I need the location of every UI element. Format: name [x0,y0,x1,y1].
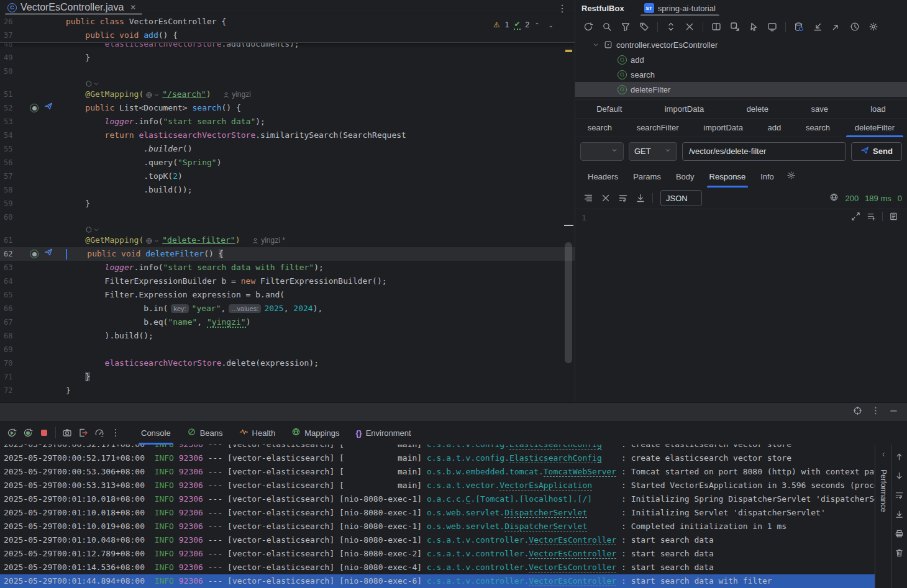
env-tab-save[interactable]: save [807,100,831,119]
split-icon[interactable] [708,19,724,34]
expand2-icon[interactable] [851,212,860,223]
url-input[interactable]: /vector/es/delete-filter [682,142,846,161]
code-line[interactable]: 69 [0,343,575,356]
console-tab-console[interactable]: Console [135,421,177,445]
env-tab-Default[interactable]: Default [593,100,626,119]
print-icon[interactable] [895,529,904,541]
doc-icon[interactable] [889,212,898,223]
expandv-icon[interactable] [663,19,679,34]
next-problem-icon[interactable]: ⌄ [549,22,557,29]
chevron-left-icon[interactable] [880,450,887,461]
format-icon[interactable] [580,191,596,206]
tree-node-method-deleteFilter[interactable]: GdeleteFilter [575,82,907,97]
pointer-icon[interactable] [745,19,762,34]
log-row[interactable]: 2025-05-29T00:00:53.306+08:00 INFO 92306… [0,465,875,479]
close-icon[interactable] [681,19,698,34]
stop-icon[interactable] [36,425,52,441]
log-row[interactable]: 2025-05-29T00:01:10.018+08:00 INFO 92306… [0,492,875,506]
log-row[interactable]: 2025-05-29T00:01:12.789+08:00 INFO 92306… [0,547,875,561]
tag-icon[interactable] [636,19,652,34]
tab-info[interactable]: Info [754,165,780,188]
console-tab-environment[interactable]: {}Environment [350,421,417,445]
more-icon[interactable] [871,406,880,418]
close-icon[interactable] [598,191,614,206]
code-line[interactable]: 48 elasticsearchVectorStore.add(document… [0,43,575,51]
gauge-icon[interactable] [91,425,107,441]
env-tab-load[interactable]: load [867,100,890,119]
env-tab-search[interactable]: search [802,119,834,137]
env-tab-search[interactable]: search [584,119,616,137]
import-icon[interactable] [809,19,826,34]
code-line[interactable]: 68 ).build(); [0,329,575,343]
scrollend-icon[interactable] [895,510,904,522]
scrollbar-thumb[interactable] [565,242,572,363]
code-line[interactable]: 67 b.eq("name", "yingzi") [0,315,575,329]
console-tab-health[interactable]: Health [233,421,282,445]
log-area[interactable]: 2025-05-29T00:00:52.171+08:00 INFO 92306… [0,445,875,588]
refresh-icon[interactable] [580,19,596,34]
globe-inlay-icon[interactable] [145,237,160,245]
code-line[interactable]: 70 elasticsearchVectorStore.delete(expre… [0,356,575,370]
env-tab-importData[interactable]: importData [661,100,708,119]
env-tab-delete[interactable]: delete [743,100,772,119]
target-icon[interactable] [853,406,862,418]
download-icon[interactable] [632,191,649,206]
screen-icon[interactable] [764,19,780,34]
camera-icon[interactable] [59,425,75,441]
clock-icon[interactable] [847,19,863,34]
code-line[interactable]: 55 .builder() [0,142,575,156]
code-line[interactable]: 51 @GetMapping("/search") yingzi [0,88,575,101]
performance-tab[interactable]: Performance [879,469,888,512]
tab-headers[interactable]: Headers [581,165,624,188]
code-line[interactable]: 56 .query("Spring") [0,156,575,170]
log-row[interactable]: 2025-05-29T00:01:10.048+08:00 INFO 92306… [0,533,875,547]
code-line[interactable]: 72} [0,384,575,397]
more-icon[interactable]: ⋮ [557,2,567,14]
up-icon[interactable] [895,452,904,464]
locate-icon[interactable] [727,19,743,34]
softwrap-icon[interactable] [895,491,904,502]
log-row[interactable]: 2025-05-29T00:00:53.313+08:00 INFO 92306… [0,479,875,492]
addlines-icon[interactable] [867,212,876,223]
code-line[interactable]: 61 @GetMapping("delete-filter") yingzi * [0,233,575,247]
log-row[interactable]: 2025-05-29T00:01:44.894+08:00 INFO 92306… [0,574,875,588]
env-tab-deleteFilter[interactable]: deleteFilter [851,119,898,137]
method-select[interactable]: GET [629,142,677,161]
prev-problem-icon[interactable]: ⌃ [534,22,543,29]
globe-inlay-icon[interactable] [145,91,160,99]
code-line[interactable]: 26public class VectorEsController { [0,15,575,29]
log-row[interactable]: 2025-05-29T00:00:52.171+08:00 INFO 92306… [0,445,875,451]
code-line[interactable]: 53 logger.info("start search data"); [0,115,575,129]
log-row[interactable]: 2025-05-29T00:00:52.171+08:00 INFO 92306… [0,451,875,465]
close-icon[interactable]: ✕ [130,3,136,12]
export-icon[interactable] [828,19,844,34]
console-tab-mappings[interactable]: Mappings [285,421,345,445]
filter-icon[interactable] [618,19,634,34]
dbrefresh-icon[interactable] [791,19,807,34]
rerundebug-icon[interactable] [20,425,36,441]
env-select[interactable] [580,142,624,161]
code-line[interactable]: 59 } [0,197,575,210]
code-line[interactable]: 58 .build()); [0,183,575,197]
tree-node-controller[interactable]: controller.vectorEsController [575,37,907,52]
rerun-icon[interactable] [4,425,20,441]
tab-params[interactable]: Params [627,165,667,188]
gear-icon[interactable] [865,19,882,34]
tree-node-method-search[interactable]: Gsearch [575,67,907,82]
project-tab[interactable]: ST spring-ai-tutorial [640,0,719,16]
code-line[interactable] [0,224,575,233]
endpoint-icon[interactable] [30,250,39,258]
code-line[interactable]: 37 public void add() { [0,29,575,42]
inspection-widget[interactable]: ⚠1 ✔2 ⌃ ⌄ [493,20,557,30]
softwrap-icon[interactable] [615,191,631,206]
more-icon[interactable] [107,425,124,441]
env-tab-importData[interactable]: importData [700,119,747,137]
code-line[interactable]: 57 .topK(2) [0,170,575,183]
log-row[interactable]: 2025-05-29T00:01:10.018+08:00 INFO 92306… [0,506,875,520]
code-line[interactable]: 60 [0,210,575,224]
code-line[interactable]: 66 b.in(key:"year",...values:2025, 2024)… [0,302,575,315]
code-line[interactable]: 63 logger.info("start search data with f… [0,261,575,274]
code-line[interactable] [0,78,575,88]
editor-scrollbar[interactable] [562,15,575,402]
send-request-icon[interactable] [44,101,53,115]
